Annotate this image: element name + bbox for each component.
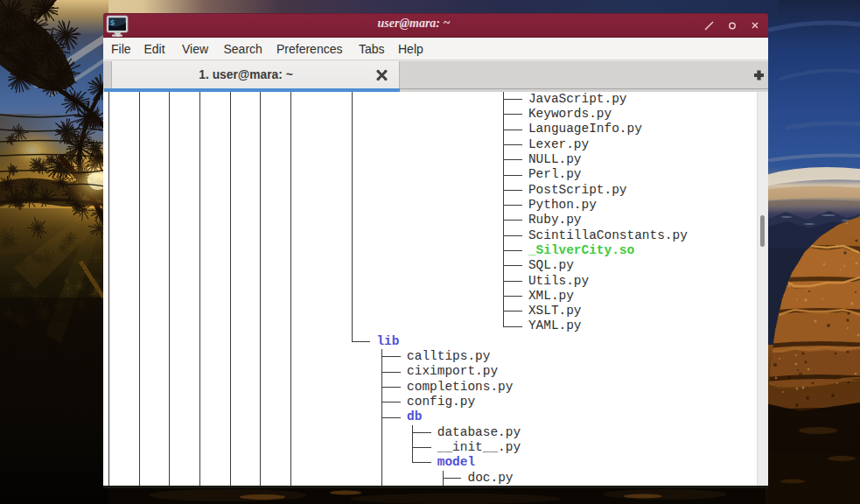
svg-text:$: $ (110, 18, 115, 27)
